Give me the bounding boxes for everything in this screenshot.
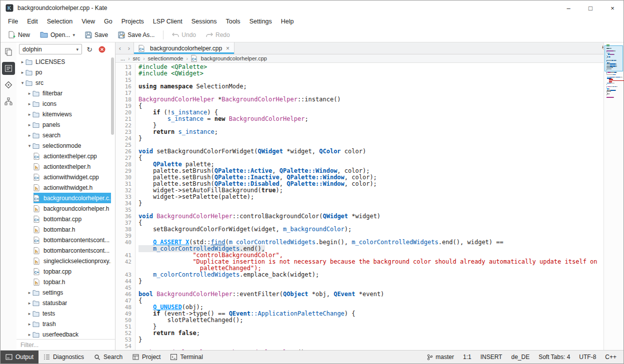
tree-collapsed-icon[interactable]: ▸: [26, 322, 32, 327]
chevron-left-icon[interactable]: ‹: [116, 42, 124, 54]
dock-git-button[interactable]: [2, 78, 15, 91]
code-line-text[interactable]: bool BackgroundColorHelper::eventFilter(…: [136, 291, 384, 298]
code-line-text[interactable]: setBackgroundColorForWidget(widget, m_ba…: [136, 226, 352, 233]
tree-collapsed-icon[interactable]: ▸: [26, 112, 32, 117]
menu-projects[interactable]: Projects: [117, 16, 148, 26]
tree-file-bottombarcontentscont---[interactable]: hbottombarcontentscont...: [16, 245, 111, 256]
tree-file-actionwithwidget-cpp[interactable]: C+actionwithwidget.cpp: [16, 172, 111, 182]
code-line-text[interactable]: #include <QWidget>: [136, 70, 204, 77]
statusbar-utf-8[interactable]: UTF-8: [579, 354, 596, 361]
menu-tools[interactable]: Tools: [221, 16, 244, 26]
code-line-text[interactable]: void setBackgroundColorForWidget(QWidget…: [136, 148, 366, 155]
tree-folder-selectionmode[interactable]: ▾selectionmode: [16, 140, 111, 151]
tree-collapsed-icon[interactable]: ▸: [26, 133, 32, 138]
breadcrumb-item[interactable]: backgroundcolorhelper.cpp: [201, 55, 267, 61]
statusbar-de-de[interactable]: de_DE: [511, 354, 530, 361]
dock-symbols-button[interactable]: [2, 95, 15, 108]
dock-documents-button[interactable]: [2, 45, 15, 58]
refresh-icon[interactable]: ↻: [84, 44, 94, 54]
tree-file-backgroundcolorhelper-c---[interactable]: C+backgroundcolorhelper.c...: [16, 193, 111, 203]
tree-folder-filterbar[interactable]: ▸filterbar: [16, 88, 111, 98]
tree-folder-LICENSES[interactable]: ▸LICENSES: [16, 56, 111, 67]
tree-expanded-icon[interactable]: ▾: [20, 80, 26, 85]
tree-file-singleclickselectionproxy---[interactable]: hsingleclickselectionproxy...: [16, 256, 111, 266]
tree-file-backgroundcolorhelper-h[interactable]: hbackgroundcolorhelper.h: [16, 203, 111, 214]
places-selector[interactable]: dolphin ▾: [19, 44, 82, 54]
tree-folder-icons[interactable]: ▸icons: [16, 98, 111, 109]
breadcrumb-item[interactable]: selectionmode: [148, 55, 184, 61]
tree-file-actionwithwidget-h[interactable]: hactionwithwidget.h: [16, 182, 111, 193]
tree-file-actiontexthelper-h[interactable]: hactiontexthelper.h: [16, 161, 111, 172]
code-line-text[interactable]: s_instance = new BackgroundColorHelper;: [136, 116, 308, 122]
tree-folder-panels[interactable]: ▸panels: [16, 119, 111, 130]
tab-close-icon[interactable]: ×: [226, 45, 230, 52]
menu-edit[interactable]: Edit: [22, 16, 42, 26]
minimap[interactable]: [604, 42, 624, 350]
minimize-button[interactable]: –: [558, 0, 580, 15]
code-line-text[interactable]: }: [136, 200, 142, 207]
statusbar-soft-tabs-4[interactable]: Soft Tabs: 4: [538, 354, 570, 361]
tree-expanded-icon[interactable]: ▾: [26, 143, 32, 148]
statusbar-master[interactable]: master: [427, 354, 454, 361]
tree-collapsed-icon[interactable]: ▸: [26, 101, 32, 106]
statusbar-1-1[interactable]: 1:1: [463, 354, 472, 361]
code-line-text[interactable]: }: [136, 278, 142, 285]
tree-collapsed-icon[interactable]: ▸: [26, 290, 32, 295]
tree-folder-po[interactable]: ▸po: [16, 67, 111, 77]
code-line-text[interactable]: m_colorControlledWidgets.emplace_back(wi…: [136, 272, 319, 278]
tree-collapsed-icon[interactable]: ▸: [26, 301, 32, 306]
code-line-text[interactable]: using namespace SelectionMode;: [136, 83, 247, 90]
menu-sessions[interactable]: Sessions: [187, 16, 222, 26]
chevron-right-icon[interactable]: ›: [124, 42, 134, 54]
code-line-text[interactable]: return false;: [136, 330, 200, 337]
tree-folder-src[interactable]: ▾src: [16, 77, 111, 88]
new-button[interactable]: New: [4, 29, 34, 41]
code-line-text[interactable]: widget->setPalette(palette);: [136, 194, 254, 200]
maximize-button[interactable]: □: [580, 0, 602, 15]
tree-file-topbar-h[interactable]: htopbar.h: [16, 277, 111, 287]
menu-view[interactable]: View: [77, 16, 100, 26]
tree-collapsed-icon[interactable]: ▸: [20, 59, 26, 64]
tree-file-actiontexthelper-cpp[interactable]: C+actiontexthelper.cpp: [16, 151, 111, 161]
scrollbar-thumb[interactable]: [111, 57, 114, 135]
menu-selection[interactable]: Selection: [42, 16, 77, 26]
breadcrumb-collapsed[interactable]: ...: [120, 55, 125, 61]
statusbar-diagnostics-button[interactable]: Diagnostics: [38, 351, 89, 364]
tree-collapsed-icon[interactable]: ▸: [26, 311, 32, 316]
menu-settings[interactable]: Settings: [245, 16, 276, 26]
statusbar-project-button[interactable]: Project: [128, 351, 166, 364]
close-circle-icon[interactable]: [97, 44, 107, 54]
tree-folder-statusbar[interactable]: ▸statusbar: [16, 298, 111, 308]
dock-filelist-button[interactable]: [2, 62, 15, 75]
breadcrumb-item[interactable]: src: [133, 55, 140, 61]
tree-collapsed-icon[interactable]: ▸: [26, 91, 32, 96]
code-line-text[interactable]: BackgroundColorHelper *BackgroundColorHe…: [136, 96, 341, 103]
tab-backgroundcolorhelper[interactable]: C+ backgroundcolorhelper.cpp ×: [134, 42, 234, 54]
tree-collapsed-icon[interactable]: ▸: [26, 122, 32, 127]
code-line-text[interactable]: }: [136, 135, 142, 142]
open-button[interactable]: Open...▾: [36, 29, 80, 41]
statusbar-output-button[interactable]: Output: [0, 351, 38, 364]
tree-file-bottombar-cpp[interactable]: C+bottombar.cpp: [16, 214, 111, 224]
menu-go[interactable]: Go: [100, 16, 117, 26]
menu-help[interactable]: Help: [276, 16, 298, 26]
tree-folder-kitemviews[interactable]: ▸kitemviews: [16, 109, 111, 119]
menu-lsp-client[interactable]: LSP Client: [148, 16, 187, 26]
tree-file-bottombar-h[interactable]: hbottombar.h: [16, 224, 111, 235]
save-button[interactable]: Save: [80, 29, 112, 41]
filter-input[interactable]: [16, 340, 115, 350]
statusbar-search-button[interactable]: Search: [89, 351, 128, 364]
tree-folder-trash[interactable]: ▸trash: [16, 319, 111, 329]
code-view[interactable]: 13#include <QPalette>14#include <QWidget…: [116, 63, 604, 350]
statusbar-insert[interactable]: INSERT: [480, 354, 502, 361]
tree-file-bottombarcontentscont---[interactable]: C+bottombarcontentscont...: [16, 235, 111, 245]
tree-collapsed-icon[interactable]: ▸: [20, 70, 26, 75]
tree-folder-tests[interactable]: ▸tests: [16, 308, 111, 319]
statusbar-terminal-button[interactable]: Terminal: [166, 351, 208, 364]
code-line-text[interactable]: }: [136, 337, 142, 343]
tree-file-topbar-cpp[interactable]: C+topbar.cpp: [16, 266, 111, 277]
menu-file[interactable]: File: [4, 16, 22, 26]
tree-folder-userfeedback[interactable]: ▸userfeedback: [16, 329, 111, 339]
statusbar-c++[interactable]: C++: [605, 354, 616, 361]
tree-folder-search[interactable]: ▸search: [16, 130, 111, 140]
